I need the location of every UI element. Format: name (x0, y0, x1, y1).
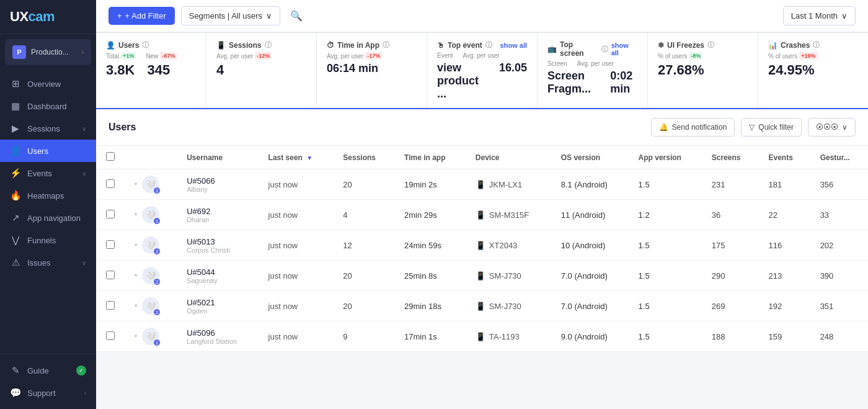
sidebar-item-issues[interactable]: ⚠ Issues ∨ (0, 251, 96, 274)
dashboard-icon: ▦ (10, 101, 21, 112)
header-select-all[interactable] (96, 146, 125, 169)
row-checkbox[interactable] (106, 240, 115, 249)
row-gestures-cell: 248 (810, 321, 868, 352)
sidebar-item-funnels[interactable]: ⋁ Funnels (0, 229, 96, 251)
row-dot-icon[interactable]: • (135, 271, 137, 280)
row-last-seen-cell: just now (259, 200, 334, 230)
row-checkbox[interactable] (106, 210, 115, 218)
sidebar-item-guide[interactable]: ✎ Guide ✓ (0, 359, 96, 382)
sidebar-item-support[interactable]: 💬 Support › (0, 382, 96, 404)
row-checkbox-cell[interactable] (96, 169, 125, 200)
username-value: U#5096 (187, 328, 248, 338)
row-dot-icon[interactable]: • (135, 302, 137, 310)
add-filter-button[interactable]: + + Add Filter (108, 7, 175, 25)
col-gestures-header[interactable]: Gestur... (810, 146, 868, 169)
row-checkbox-cell[interactable] (96, 261, 125, 291)
sidebar-nav: ⊞ Overview ▦ Dashboard ▶ Sessions ∨ 👤 Us… (0, 70, 96, 354)
chevron-down-icon: ∨ (841, 11, 848, 20)
col-sessions-header[interactable]: Sessions (333, 146, 394, 169)
row-checkbox-cell[interactable] (96, 321, 125, 352)
row-username-cell[interactable]: U#5044 Saguenay (177, 261, 258, 291)
row-checkbox-cell[interactable] (96, 200, 125, 230)
sidebar-item-label: Events (27, 169, 52, 178)
col-last-seen-header[interactable]: Last seen ▼ (259, 146, 334, 169)
metric-value-event: view product ... (437, 61, 487, 101)
sidebar-item-events[interactable]: ⚡ Events ∨ (0, 162, 96, 184)
app-navigation-icon: ↗ (10, 212, 21, 223)
sidebar-item-overview[interactable]: ⊞ Overview (0, 73, 96, 95)
row-checkbox-cell[interactable] (96, 230, 125, 261)
row-dot-icon[interactable]: • (135, 241, 137, 249)
user-city: Albany (187, 186, 248, 193)
row-time-in-app-cell: 2min 29s (394, 200, 466, 230)
table-row: • 🤍 2 U#5021 Ogden just now 20 29min 18s… (96, 291, 868, 321)
bell-icon: 🔔 (659, 123, 668, 132)
row-events-cell: 192 (758, 291, 810, 321)
search-button[interactable]: 🔍 (286, 6, 306, 25)
row-username-cell[interactable]: U#692 Dharan (177, 200, 258, 230)
chevron-down-icon: ∨ (266, 11, 272, 20)
row-username-cell[interactable]: U#5066 Albany (177, 169, 258, 200)
metric-value-crashes: 24.95% (768, 62, 815, 78)
send-notification-button[interactable]: 🔔 Send notification (651, 118, 735, 137)
chevron-down-icon: ∨ (82, 125, 86, 132)
col-username-header[interactable]: Username (177, 146, 258, 169)
col-events-header[interactable]: Events (758, 146, 810, 169)
avatar-count-badge: 2 (153, 248, 161, 255)
username-value: U#5021 (187, 298, 248, 307)
table-row: • 🤍 1 U#692 Dharan just now 4 2min 29s 📱… (96, 200, 868, 230)
chevron-down-icon: ∨ (842, 123, 848, 132)
metric-top-screen: 📺 Top screen ⓘ show all Screen Avg. per … (538, 33, 648, 108)
col-os-version-header[interactable]: OS version (551, 146, 629, 169)
col-app-version-header[interactable]: App version (629, 146, 702, 169)
date-range-button[interactable]: Last 1 Month ∨ (783, 6, 856, 25)
row-username-cell[interactable]: U#5096 Langford Station (177, 321, 258, 352)
row-dot-icon[interactable]: • (135, 332, 137, 341)
row-os-cell: 11 (Android) (551, 200, 629, 230)
sidebar-item-sessions[interactable]: ▶ Sessions ∨ (0, 117, 96, 140)
device-icon: 📱 (476, 332, 485, 341)
row-checkbox[interactable] (106, 179, 115, 188)
show-all-screens-link[interactable]: show all (611, 42, 637, 56)
col-device-header[interactable]: Device (466, 146, 551, 169)
row-dot-icon[interactable]: • (135, 210, 137, 219)
metric-title: Top screen (560, 40, 598, 58)
metric-title: Sessions (229, 41, 262, 50)
row-checkbox[interactable] (106, 331, 115, 340)
row-gestures-cell: 202 (810, 230, 868, 261)
sidebar-item-label: App navigation (27, 213, 81, 223)
username-value: U#5044 (187, 267, 248, 277)
show-all-events-link[interactable]: show all (500, 42, 527, 49)
row-avatar-cell: • 🤍 1 (125, 200, 177, 230)
sidebar-item-heatmaps[interactable]: 🔥 Heatmaps (0, 184, 96, 207)
topbar-right: Last 1 Month ∨ (783, 6, 856, 25)
device-icon: 📱 (476, 210, 485, 220)
users-table: Username Last seen ▼ Sessions Time in ap… (96, 146, 868, 352)
row-events-cell: 116 (758, 230, 810, 261)
col-screens-header[interactable]: Screens (702, 146, 759, 169)
row-device-cell: 📱 SM-J730 (466, 291, 551, 321)
table-row: • 🤍 2 U#5013 Corpus Christi just now 12 … (96, 230, 868, 261)
row-checkbox[interactable] (106, 271, 115, 279)
user-avatar: 🤍 1 (142, 206, 159, 223)
row-username-cell[interactable]: U#5013 Corpus Christi (177, 230, 258, 261)
row-username-cell[interactable]: U#5021 Ogden (177, 291, 258, 321)
row-app-version-cell: 1.5 (629, 230, 702, 261)
sidebar-item-app-navigation[interactable]: ↗ App navigation (0, 207, 96, 229)
row-dot-icon[interactable]: • (135, 180, 137, 189)
quick-filter-button[interactable]: ▽ Quick filter (741, 118, 802, 137)
sidebar-item-dashboard[interactable]: ▦ Dashboard (0, 95, 96, 117)
segments-button[interactable]: Segments | All users ∨ (181, 6, 280, 25)
info-icon: ⓘ (265, 40, 272, 50)
metric-value-screen: Screen Fragm... (547, 70, 598, 96)
sidebar: UXcam P Productio... › ⊞ Overview ▦ Dash… (0, 0, 96, 409)
segments-label: Segments | All users (189, 11, 262, 20)
col-time-in-app-header[interactable]: Time in app (394, 146, 466, 169)
row-checkbox-cell[interactable] (96, 291, 125, 321)
metric-users: 👤 Users ⓘ Total +1% New -67% 3.8K 345 (96, 33, 206, 108)
project-selector[interactable]: P Productio... › (5, 39, 91, 65)
select-all-checkbox[interactable] (106, 152, 115, 161)
row-checkbox[interactable] (106, 301, 115, 310)
sidebar-item-users[interactable]: 👤 Users (0, 140, 96, 162)
columns-button[interactable]: ⦿⦿⦿ ∨ (808, 118, 856, 137)
